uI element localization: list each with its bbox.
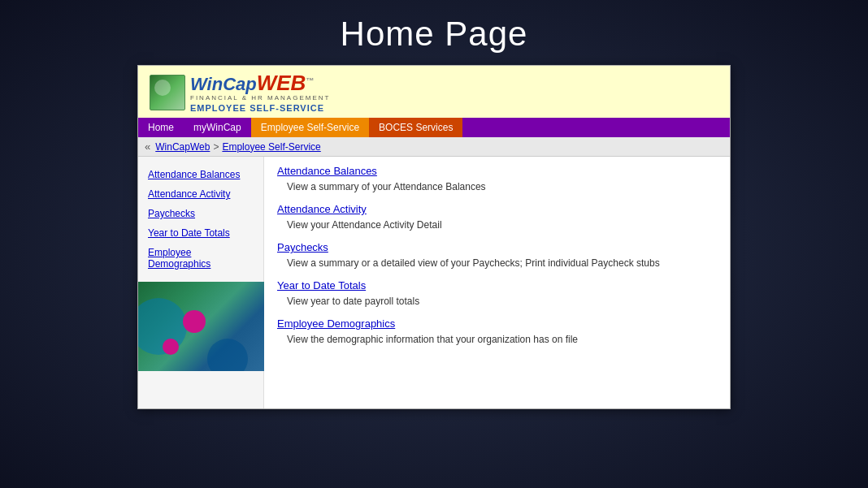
sidebar: Attendance Balances Attendance Activity … <box>138 157 264 408</box>
logo-icon <box>150 75 185 110</box>
breadcrumb-ess[interactable]: Employee Self-Service <box>222 141 320 153</box>
browser-window: WinCapWEB™ Financial & HR Management Emp… <box>137 65 731 409</box>
main-content: Attendance Balances View a summary of yo… <box>264 157 730 408</box>
tm-text: ™ <box>306 76 314 85</box>
content-area: Attendance Balances Attendance Activity … <box>138 157 730 408</box>
section-employee-demographics: Employee Demographics View the demograph… <box>277 317 717 346</box>
web-text: WEB <box>257 71 306 95</box>
wincap-brand: WinCapWEB™ <box>190 72 330 93</box>
cap-text: Cap <box>223 74 257 94</box>
ess-line: Employee Self-Service <box>190 103 330 113</box>
desc-attendance-activity: View your Attendance Activity Detail <box>277 219 442 231</box>
link-attendance-activity[interactable]: Attendance Activity <box>277 203 717 215</box>
link-paychecks[interactable]: Paychecks <box>277 241 717 253</box>
nav-bar: Home myWinCap Employee Self-Service BOCE… <box>138 118 730 137</box>
nav-home[interactable]: Home <box>138 118 184 137</box>
nav-boces[interactable]: BOCES Services <box>369 118 462 137</box>
desc-employee-demographics: View the demographic information that yo… <box>277 334 578 345</box>
page-title: Home Page <box>341 15 528 54</box>
logo-area: WinCapWEB™ Financial & HR Management Emp… <box>150 72 330 113</box>
section-attendance-activity: Attendance Activity View your Attendance… <box>277 203 717 231</box>
breadcrumb-arrows-icon: « <box>145 140 150 153</box>
desc-paychecks: View a summary or a detailed view of you… <box>277 257 660 269</box>
decorative-circle-2 <box>163 339 179 355</box>
sidebar-link-attendance-balances[interactable]: Attendance Balances <box>138 165 263 184</box>
nav-ess[interactable]: Employee Self-Service <box>251 118 369 137</box>
breadcrumb: « WinCapWeb > Employee Self-Service <box>138 137 730 157</box>
link-ytd-totals[interactable]: Year to Date Totals <box>277 279 717 292</box>
header-bar: WinCapWEB™ Financial & HR Management Emp… <box>138 66 730 118</box>
decorative-circle-1 <box>183 310 206 333</box>
section-ytd-totals: Year to Date Totals View year to date pa… <box>277 279 717 308</box>
desc-ytd-totals: View year to date payroll totals <box>277 296 419 307</box>
nav-mywincap[interactable]: myWinCap <box>184 118 251 137</box>
desc-attendance-balances: View a summary of your Attendance Balanc… <box>277 181 486 192</box>
breadcrumb-separator: > <box>213 141 219 153</box>
sidebar-link-employee-demographics[interactable]: Employee Demographics <box>138 243 263 274</box>
link-employee-demographics[interactable]: Employee Demographics <box>277 317 717 330</box>
logo-text: WinCapWEB™ Financial & HR Management Emp… <box>190 72 330 113</box>
sidebar-decorative-image <box>138 282 264 371</box>
link-attendance-balances[interactable]: Attendance Balances <box>277 165 717 177</box>
sidebar-link-attendance-activity[interactable]: Attendance Activity <box>138 184 263 204</box>
breadcrumb-wincapweb[interactable]: WinCapWeb <box>155 141 210 153</box>
subtitle-line: Financial & HR Management <box>190 94 330 101</box>
sidebar-link-paychecks[interactable]: Paychecks <box>138 204 263 223</box>
sidebar-link-ytd-totals[interactable]: Year to Date Totals <box>138 223 263 243</box>
logo-top: WinCapWEB™ Financial & HR Management Emp… <box>150 72 330 113</box>
section-attendance-balances: Attendance Balances View a summary of yo… <box>277 165 717 193</box>
win-text: Win <box>190 74 223 94</box>
section-paychecks: Paychecks View a summary or a detailed v… <box>277 241 717 270</box>
